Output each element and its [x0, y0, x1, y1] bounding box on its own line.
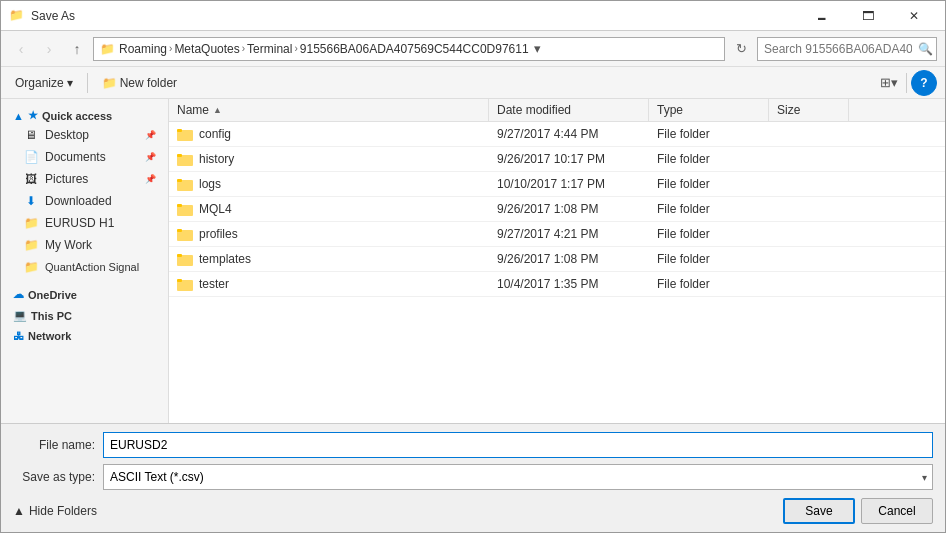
col-header-type[interactable]: Type	[649, 99, 769, 121]
search-button[interactable]: 🔍	[918, 42, 933, 56]
file-date: 10/4/2017 1:35 PM	[489, 273, 649, 295]
col-date-label: Date modified	[497, 103, 571, 117]
quickaccess-icon: ★	[28, 109, 38, 122]
nav-bar: ‹ › ↑ 📁 Roaming › MetaQuotes › Terminal …	[1, 31, 945, 67]
saveastype-select[interactable]: ASCII Text (*.csv)CSV (*.csv)Text (*.txt…	[103, 464, 933, 490]
breadcrumb-dropdown-button[interactable]: ▾	[529, 38, 547, 60]
forward-button[interactable]: ›	[37, 37, 61, 61]
table-row[interactable]: MQL4 9/26/2017 1:08 PM File folder	[169, 197, 945, 222]
file-type: File folder	[649, 123, 769, 145]
table-row[interactable]: history 9/26/2017 10:17 PM File folder	[169, 147, 945, 172]
quantaction-folder-icon: 📁	[23, 259, 39, 275]
svg-rect-5	[177, 154, 182, 157]
col-size-label: Size	[777, 103, 800, 117]
toolbar-separator-2	[906, 73, 907, 93]
folder-icon	[177, 176, 193, 192]
file-size	[769, 230, 849, 238]
svg-rect-14	[177, 229, 182, 232]
bottom-buttons: ▲ Hide Folders Save Cancel	[13, 496, 933, 524]
thispc-icon: 💻	[13, 309, 27, 322]
col-header-size[interactable]: Size	[769, 99, 849, 121]
title-controls: 🗕 🗖 ✕	[799, 1, 937, 31]
file-size	[769, 130, 849, 138]
sidebar-network-header[interactable]: 🖧 Network	[1, 324, 168, 344]
cancel-button[interactable]: Cancel	[861, 498, 933, 524]
sidebar-item-pictures[interactable]: 🖼 Pictures 📌	[1, 168, 168, 190]
sidebar-item-mywork[interactable]: 📁 My Work	[1, 234, 168, 256]
sidebar-item-quantaction-label: QuantAction Signal	[45, 261, 139, 273]
search-wrapper: 🔍	[757, 37, 937, 61]
title-bar: 📁 Save As 🗕 🗖 ✕	[1, 1, 945, 31]
file-type: File folder	[649, 198, 769, 220]
table-row[interactable]: templates 9/26/2017 1:08 PM File folder	[169, 247, 945, 272]
hide-folders-label: Hide Folders	[29, 504, 97, 518]
documents-icon: 📄	[23, 149, 39, 165]
eurusd-folder-icon: 📁	[23, 215, 39, 231]
col-sort-arrow: ▲	[213, 105, 222, 115]
save-button[interactable]: Save	[783, 498, 855, 524]
toolbar: Organize ▾ 📁 New folder ⊞ ▾ ?	[1, 67, 945, 99]
sidebar-item-downloaded[interactable]: ⬇ Downloaded	[1, 190, 168, 212]
organize-button[interactable]: Organize ▾	[9, 71, 79, 95]
filename-label: File name:	[13, 438, 103, 452]
sidebar-item-documents-label: Documents	[45, 150, 106, 164]
new-folder-button[interactable]: 📁 New folder	[96, 71, 183, 95]
view-arrow: ▾	[891, 75, 898, 90]
file-name: MQL4	[199, 202, 232, 216]
col-header-date[interactable]: Date modified	[489, 99, 649, 121]
minimize-button[interactable]: 🗕	[799, 1, 845, 31]
col-header-name[interactable]: Name ▲	[169, 99, 489, 121]
refresh-button[interactable]: ↻	[729, 37, 753, 61]
file-rows-container: config 9/27/2017 4:44 PM File folder his…	[169, 122, 945, 297]
svg-rect-11	[177, 204, 182, 207]
breadcrumb-roaming[interactable]: Roaming	[119, 42, 167, 56]
file-name: logs	[199, 177, 221, 191]
back-button[interactable]: ‹	[9, 37, 33, 61]
toolbar-right: ⊞ ▾ ?	[876, 70, 937, 96]
file-date: 10/10/2017 1:17 PM	[489, 173, 649, 195]
sidebar-item-documents[interactable]: 📄 Documents 📌	[1, 146, 168, 168]
pin-icon-desktop: 📌	[145, 130, 156, 140]
sidebar-item-desktop[interactable]: 🖥 Desktop 📌	[1, 124, 168, 146]
hide-folders-button[interactable]: ▲ Hide Folders	[13, 504, 97, 518]
sidebar: ▲ ★ Quick access 🖥 Desktop 📌 📄 Documents…	[1, 99, 169, 423]
bottom-area: File name: Save as type: ASCII Text (*.c…	[1, 423, 945, 532]
downloaded-icon: ⬇	[23, 193, 39, 209]
sidebar-item-quantaction[interactable]: 📁 QuantAction Signal	[1, 256, 168, 278]
svg-rect-2	[177, 129, 182, 132]
col-name-label: Name	[177, 103, 209, 117]
organize-arrow: ▾	[67, 76, 73, 90]
breadcrumb-terminal[interactable]: Terminal	[247, 42, 292, 56]
breadcrumb-metaquotes[interactable]: MetaQuotes	[174, 42, 239, 56]
saveastype-row: Save as type: ASCII Text (*.csv)CSV (*.c…	[13, 464, 933, 490]
hide-folders-arrow: ▲	[13, 504, 25, 518]
up-button[interactable]: ↑	[65, 37, 89, 61]
table-row[interactable]: profiles 9/27/2017 4:21 PM File folder	[169, 222, 945, 247]
search-input[interactable]	[757, 37, 937, 61]
col-type-label: Type	[657, 103, 683, 117]
sidebar-onedrive-header[interactable]: ☁ OneDrive	[1, 282, 168, 303]
breadcrumb-guid[interactable]: 915566BA06ADA407569C544CC0D97611	[300, 42, 529, 56]
file-type: File folder	[649, 248, 769, 270]
table-row[interactable]: config 9/27/2017 4:44 PM File folder	[169, 122, 945, 147]
maximize-button[interactable]: 🗖	[845, 1, 891, 31]
title-bar-left: 📁 Save As	[9, 8, 75, 24]
pictures-icon: 🖼	[23, 171, 39, 187]
svg-rect-17	[177, 254, 182, 257]
sidebar-quickaccess-header[interactable]: ▲ ★ Quick access	[1, 103, 168, 124]
close-button[interactable]: ✕	[891, 1, 937, 31]
filename-input[interactable]	[103, 432, 933, 458]
table-row[interactable]: tester 10/4/2017 1:35 PM File folder	[169, 272, 945, 297]
file-name: templates	[199, 252, 251, 266]
table-row[interactable]: logs 10/10/2017 1:17 PM File folder	[169, 172, 945, 197]
new-folder-label: New folder	[120, 76, 177, 90]
desktop-icon: 🖥	[23, 127, 39, 143]
sidebar-item-eurusd[interactable]: 📁 EURUSD H1	[1, 212, 168, 234]
file-name: history	[199, 152, 234, 166]
view-button[interactable]: ⊞ ▾	[876, 71, 902, 95]
sidebar-thispc-header[interactable]: 💻 This PC	[1, 303, 168, 324]
file-type: File folder	[649, 148, 769, 170]
saveastype-wrapper: ASCII Text (*.csv)CSV (*.csv)Text (*.txt…	[103, 464, 933, 490]
file-list: Name ▲ Date modified Type Size	[169, 99, 945, 423]
help-button[interactable]: ?	[911, 70, 937, 96]
